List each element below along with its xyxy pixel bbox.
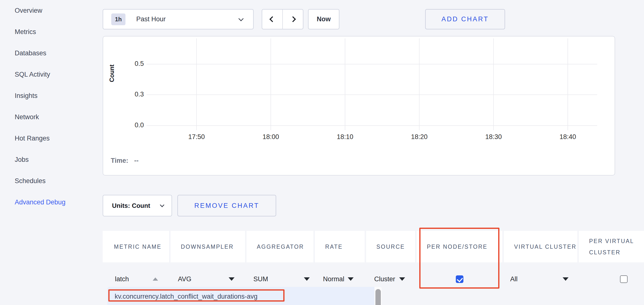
column-header-virtual-cluster: VIRTUAL CLUSTER	[504, 231, 577, 262]
sidebar-nav: Overview Metrics Databases SQL Activity …	[15, 0, 98, 213]
gridline-vertical	[568, 38, 568, 130]
sidebar-item-advanced-debug[interactable]: Advanced Debug	[15, 192, 98, 213]
column-header-rate: RATE	[315, 231, 365, 262]
x-tick-label: 17:50	[180, 133, 214, 141]
metric-name-input[interactable]: latch	[103, 275, 129, 283]
sidebar-item-metrics[interactable]: Metrics	[15, 21, 98, 43]
time-range-label: Past Hour	[136, 15, 166, 23]
sidebar-item-jobs[interactable]: Jobs	[15, 149, 98, 170]
metric-suggestion-item[interactable]: kv.concurrency.latch_conflict_wait_durat…	[115, 293, 258, 300]
chart-y-axis-title: Count	[108, 58, 116, 88]
chevron-left-icon	[269, 16, 275, 22]
x-tick-label: 18:30	[476, 133, 511, 141]
sidebar-item-network[interactable]: Network	[15, 106, 98, 128]
virtual-cluster-value: All	[504, 275, 518, 283]
dropdown-scrollbar[interactable]	[374, 287, 382, 305]
source-value: Cluster	[366, 275, 395, 283]
gridline-vertical	[196, 38, 197, 130]
chevron-right-icon	[290, 16, 296, 22]
triangle-down-icon	[348, 277, 354, 281]
units-dropdown[interactable]: Units: Count	[103, 195, 172, 216]
column-header-metric-name: METRIC NAME	[103, 231, 169, 262]
metric-suggestions-dropdown: kv.concurrency.latch_conflict_wait_durat…	[107, 287, 382, 305]
y-tick-label: 0.5	[118, 60, 144, 67]
time-value: --	[134, 157, 139, 164]
gridline-vertical	[270, 38, 271, 130]
remove-chart-button[interactable]: REMOVE CHART	[178, 195, 276, 216]
triangle-down-icon	[229, 277, 234, 281]
gridline-vertical	[345, 38, 345, 130]
per-virtual-cluster-checkbox[interactable]	[620, 275, 628, 283]
per-virtual-cluster-cell	[579, 267, 644, 291]
hover-time-readout: Time:--	[111, 157, 139, 165]
x-tick-label: 18:20	[402, 133, 436, 141]
sidebar-item-insights[interactable]: Insights	[15, 85, 98, 106]
sidebar-item-databases[interactable]: Databases	[15, 43, 98, 64]
prev-window-button[interactable]	[262, 9, 282, 29]
sidebar-item-schedules[interactable]: Schedules	[15, 170, 98, 192]
sidebar-item-overview[interactable]: Overview	[15, 0, 98, 21]
gridline-vertical	[493, 38, 494, 130]
column-header-source: SOURCE	[366, 231, 415, 262]
x-tick-label: 18:10	[328, 133, 362, 141]
chevron-down-icon	[160, 203, 164, 207]
y-tick-label: 0.3	[118, 91, 144, 98]
column-header-aggregator: AGGREGATOR	[246, 231, 314, 262]
now-button[interactable]: Now	[308, 9, 340, 29]
time-range-badge: 1h	[111, 13, 126, 25]
chevron-down-icon	[238, 16, 244, 21]
units-dropdown-label: Units: Count	[112, 202, 150, 210]
per-node-store-checkbox[interactable]	[456, 275, 464, 283]
downsampler-value: AVG	[170, 275, 192, 283]
time-range-selector[interactable]: 1h Past Hour	[103, 9, 254, 29]
time-window-arrows	[262, 9, 304, 29]
column-header-per-node-store: PER NODE/STORE	[416, 231, 502, 262]
add-chart-button[interactable]: ADD CHART	[425, 9, 505, 29]
column-header-downsampler: DOWNSAMPLER	[170, 231, 245, 262]
gridline-horizontal	[146, 94, 597, 95]
x-tick-label: 18:00	[254, 133, 288, 141]
metric-table-header: METRIC NAME DOWNSAMPLER AGGREGATOR RATE …	[103, 231, 644, 262]
dropdown-scrollbar-thumb[interactable]	[376, 289, 381, 305]
gridline-horizontal	[146, 64, 597, 64]
triangle-down-icon	[304, 277, 310, 281]
advanced-debug-custom-chart-page: Overview Metrics Databases SQL Activity …	[0, 0, 644, 305]
per-node-store-cell	[416, 267, 502, 291]
y-tick-label: 0.0	[118, 121, 144, 129]
rate-value: Normal	[315, 275, 344, 283]
sidebar-item-hot-ranges[interactable]: Hot Ranges	[15, 128, 98, 149]
next-window-button[interactable]	[282, 9, 303, 29]
gridline-horizontal	[146, 125, 597, 126]
triangle-down-icon	[399, 277, 405, 281]
time-label: Time:	[111, 157, 128, 164]
aggregator-value: SUM	[246, 275, 268, 283]
triangle-up-icon	[153, 278, 158, 281]
x-tick-label: 18:40	[551, 133, 585, 141]
sidebar-item-sql-activity[interactable]: SQL Activity	[15, 64, 98, 85]
custom-chart-panel: Count 0.5 0.3 0.0 17:50 18:00 18:10 18:2…	[103, 36, 615, 176]
gridline-vertical	[419, 38, 420, 130]
column-header-per-virtual-cluster: PER VIRTUAL CLUSTER	[579, 231, 644, 262]
virtual-cluster-dropdown[interactable]: All	[504, 267, 577, 291]
triangle-down-icon	[563, 277, 568, 281]
